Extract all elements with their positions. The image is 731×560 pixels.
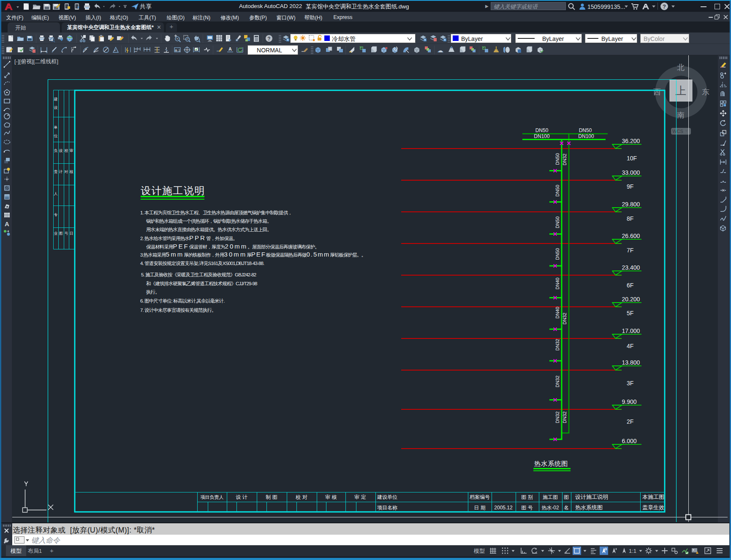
- svg-text:4. 管道安装按规定设置支吊架,详见S161及XS001,D: 4. 管道安装按规定设置支吊架,详见S161及XS001,DBJT18-43-8…: [140, 261, 264, 266]
- svg-text:图 号: 图 号: [521, 505, 533, 511]
- svg-text:8F: 8F: [627, 215, 633, 222]
- svg-text:热水-02: 热水-02: [541, 505, 559, 511]
- svg-text:7. 设计中未尽事宜请按有关规范执行。: 7. 设计中未尽事宜请按有关规范执行。: [140, 307, 216, 313]
- svg-text:A: A: [228, 46, 232, 51]
- svg-text:33.000: 33.000: [622, 169, 640, 176]
- svg-text:责: 责: [54, 170, 58, 174]
- svg-text:核: 核: [70, 170, 73, 174]
- svg-text:10F: 10F: [627, 155, 637, 162]
- svg-text:施工图: 施工图: [543, 494, 558, 500]
- svg-text:用水末端的热水直接由热水箱提供。热水供水方式为上送上回。: 用水末端的热水直接由热水箱提供。热水供水方式为上送上回。: [146, 227, 272, 232]
- svg-text:项目负责人: 项目负责人: [201, 495, 224, 500]
- svg-text:图: 图: [564, 494, 569, 500]
- svg-text:DN32: DN32: [555, 339, 560, 351]
- svg-text:DN100: DN100: [578, 133, 594, 139]
- svg-text:7F: 7F: [627, 247, 633, 254]
- svg-text:东: 东: [702, 88, 709, 96]
- svg-text:5F: 5F: [627, 310, 633, 317]
- svg-text:盖章生效: 盖章生效: [642, 504, 664, 511]
- svg-text:单: 单: [54, 125, 58, 130]
- svg-text:DN32: DN32: [562, 154, 567, 165]
- svg-text:6.000: 6.000: [622, 438, 637, 444]
- svg-text:6. 图中尺寸单位: 标高以米计,其余以毫米计.: 6. 图中尺寸单位: 标高以米计,其余以毫米计.: [140, 298, 225, 303]
- svg-text:负: 负: [54, 149, 58, 153]
- svg-text:29.800: 29.800: [622, 201, 640, 208]
- svg-text:9.900: 9.900: [622, 398, 637, 405]
- svg-text:位: 位: [54, 134, 58, 138]
- svg-text:西: 西: [653, 88, 661, 96]
- svg-text:2F: 2F: [627, 418, 633, 425]
- svg-text:计: 计: [59, 170, 63, 174]
- svg-text:南: 南: [677, 111, 685, 119]
- svg-text:DN32: DN32: [555, 376, 560, 387]
- svg-text:北: 北: [677, 63, 685, 72]
- svg-text:DN40: DN40: [555, 307, 560, 319]
- svg-text:热水系统图: 热水系统图: [534, 460, 568, 467]
- svg-text:XY: XY: [71, 47, 74, 49]
- svg-text:13.800: 13.800: [622, 359, 640, 366]
- svg-text:审 定: 审 定: [354, 494, 366, 500]
- svg-text:对: 对: [64, 170, 68, 174]
- svg-text:2005.12: 2005.12: [494, 505, 513, 511]
- svg-text:执行。: 执行。: [146, 289, 160, 295]
- svg-text:20.200: 20.200: [622, 296, 640, 303]
- svg-text:5. 施工及验收按《采暖及卫生工程及验收规范》GBJ242-: 5. 施工及验收按《采暖及卫生工程及验收规范》GBJ242-82: [141, 272, 256, 277]
- svg-text:23.400: 23.400: [622, 264, 640, 271]
- svg-text:日: 日: [70, 231, 73, 235]
- svg-text:建: 建: [54, 97, 58, 101]
- svg-text:A: A: [5, 220, 9, 227]
- svg-text:DN50: DN50: [555, 248, 560, 260]
- svg-text:和《建筑排水硬聚氯乙烯管道工程技术规程》CJJ/T29-98: 和《建筑排水硬聚氯乙烯管道工程技术规程》CJJ/T29-98: [146, 281, 257, 286]
- svg-text:制 图: 制 图: [266, 494, 277, 500]
- svg-text:业: 业: [54, 231, 58, 235]
- svg-text:9F: 9F: [627, 183, 633, 190]
- svg-text:设 计: 设 计: [236, 494, 247, 500]
- svg-text:DN50: DN50: [555, 216, 560, 228]
- svg-text:DN50: DN50: [579, 127, 592, 133]
- svg-text:审: 审: [70, 149, 73, 153]
- svg-text:本施工图: 本施工图: [642, 494, 664, 500]
- svg-text:锅炉和热水箱组成一个供热循环，锅炉制取热水储存于热水箱。: 锅炉和热水箱组成一个供热循环，锅炉制取热水储存于热水箱。: [146, 219, 272, 224]
- svg-text:设计施工说明: 设计施工说明: [141, 185, 205, 196]
- svg-text:热水系统图: 热水系统图: [575, 504, 603, 511]
- svg-text:DN50: DN50: [535, 127, 549, 133]
- svg-text:设: 设: [54, 106, 58, 110]
- svg-text:DN32: DN32: [562, 411, 567, 423]
- svg-text:号: 号: [65, 231, 68, 235]
- svg-text:[-][俯视][二维线框]: [-][俯视][二维线框]: [14, 58, 58, 65]
- svg-text:图: 图: [59, 231, 63, 235]
- svg-text:项目名称: 项目名称: [377, 505, 397, 511]
- svg-text:档案编号: 档案编号: [470, 494, 490, 500]
- svg-text:6F: 6F: [627, 282, 633, 289]
- svg-text:3.热水箱采用5mm厚的铁板制作，外用30mm厚PEF板做保: 3.热水箱采用5mm厚的铁板制作，外用30mm厚PEF板做保温隔热后再做0.5m…: [140, 251, 366, 258]
- svg-text:4F: 4F: [627, 343, 633, 349]
- svg-text:DN32: DN32: [562, 313, 567, 325]
- svg-text:3F: 3F: [627, 380, 633, 387]
- svg-text:?: ?: [267, 36, 270, 42]
- svg-text:26.600: 26.600: [622, 233, 640, 239]
- svg-text:WCS: WCS: [672, 129, 683, 134]
- svg-text:上: 上: [675, 84, 686, 97]
- svg-text:1. 本工程为宾馆卫生热水工程、卫生热水热源由屋顶燃气锅炉集: 1. 本工程为宾馆卫生热水工程、卫生热水热源由屋顶燃气锅炉集中制取提供，: [140, 210, 292, 215]
- svg-text:设计施工说明: 设计施工说明: [575, 494, 608, 500]
- svg-text:校 对: 校 对: [295, 494, 307, 500]
- svg-text:校: 校: [65, 149, 68, 153]
- svg-text:DN50: DN50: [555, 153, 560, 165]
- svg-text:专: 专: [54, 213, 58, 217]
- svg-text:图 别: 图 别: [521, 494, 533, 500]
- svg-text:DN32: DN32: [555, 411, 560, 423]
- svg-text:保温材料采用PEF保温管材，厚度为20mm。屋面部分保温后再: 保温材料采用PEF保温管材，厚度为20mm。屋面部分保温后再缠玻璃布保护。: [146, 243, 319, 250]
- svg-text:DN50: DN50: [555, 185, 560, 197]
- svg-text:审 核: 审 核: [325, 494, 337, 500]
- svg-text:2. 热水给水管均采用热水PPR管，外加保温。: 2. 热水给水管均采用热水PPR管，外加保温。: [140, 234, 237, 241]
- svg-text:设: 设: [59, 149, 63, 153]
- svg-text:DN40: DN40: [555, 278, 560, 289]
- svg-text:建设单位: 建设单位: [377, 494, 397, 500]
- svg-text:?: ?: [663, 3, 666, 10]
- svg-text:日 期: 日 期: [474, 505, 485, 511]
- svg-text:人: 人: [54, 192, 58, 196]
- svg-text:DN100: DN100: [534, 133, 550, 139]
- svg-text:36.200: 36.200: [622, 138, 640, 144]
- svg-text:⊕.1: ⊕.1: [174, 49, 180, 52]
- svg-text:名: 名: [564, 505, 569, 511]
